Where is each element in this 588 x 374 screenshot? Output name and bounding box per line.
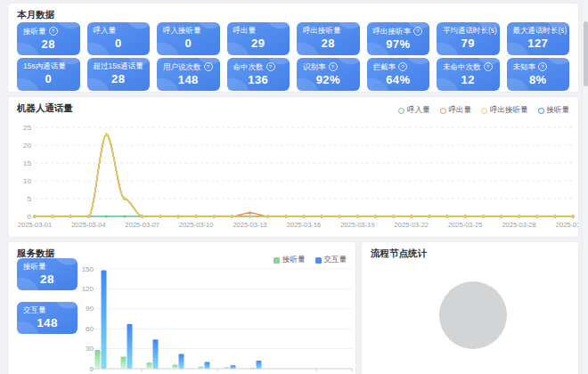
data-point	[105, 215, 108, 217]
stat-card: 未命中次数?12	[437, 58, 500, 91]
legend-item[interactable]: 呼入量	[398, 105, 430, 116]
service-card-value: 28	[17, 272, 78, 286]
stat-card-header: 呼入量	[87, 22, 151, 35]
x-tick-label: 2025-03-16	[287, 221, 321, 229]
service-card-header: 交互量	[17, 302, 78, 314]
month-cards-row-2: 15s内通话量0超过15s通话量28用户说次数?148命中次数?136识别率?9…	[8, 58, 578, 91]
data-point	[445, 215, 448, 217]
stat-card-label: 识别率	[303, 63, 326, 71]
robot-call-line-chart[interactable]: 05101520252025-03-012025-03-042025-03-07…	[13, 120, 578, 234]
stat-card: 拦截率?64%	[367, 58, 430, 91]
stat-card: 呼出接听量28	[297, 22, 360, 55]
stat-card-value: 28	[297, 37, 360, 50]
legend-marker	[481, 108, 487, 114]
bar	[231, 365, 236, 369]
x-tick-label: 2025-03-04	[71, 221, 105, 229]
stat-card-header: 超过15s通话量	[87, 58, 151, 70]
bar	[250, 368, 256, 369]
data-point	[69, 215, 72, 217]
y-tick-label: 90	[86, 305, 94, 313]
legend-item[interactable]: 呼出量	[440, 105, 472, 116]
y-tick-label: 0	[28, 213, 32, 221]
stat-card-value: 0	[17, 72, 80, 85]
stat-card-label: 未命中次数	[443, 63, 481, 71]
info-icon[interactable]: ?	[329, 62, 338, 71]
data-point	[231, 215, 233, 217]
stat-card-header: 未命中次数?	[437, 58, 500, 71]
info-icon[interactable]: ?	[49, 27, 58, 36]
data-point	[159, 215, 161, 217]
info-icon[interactable]: ?	[398, 62, 407, 71]
data-point	[356, 215, 359, 217]
stat-card-label: 未知率	[513, 63, 536, 71]
info-icon[interactable]: ?	[484, 62, 493, 71]
service-card-value: 148	[17, 316, 78, 329]
stat-card: 最大通话时长(s)127	[507, 22, 570, 55]
legend-label: 呼出量	[449, 105, 472, 116]
info-icon[interactable]: ?	[266, 62, 275, 71]
legend-label: 呼入量	[407, 105, 430, 116]
x-tick-label: 2025-03-31	[556, 221, 578, 229]
stat-card: 用户说次数?148	[157, 58, 220, 91]
stat-card-header: 识别率?	[297, 58, 360, 71]
month-cards-row-1: 接听量?28呼入量0呼入接听量0呼出量29呼出接听量28呼出接听率?97%平均通…	[8, 22, 578, 55]
x-tick-label: 2025-03-19	[340, 221, 374, 229]
info-icon[interactable]: ?	[204, 62, 213, 71]
y-tick-label: 5	[28, 195, 32, 203]
data-point	[392, 215, 395, 217]
data-point	[195, 215, 198, 217]
stat-card-header: 平均通话时长(s)	[437, 22, 500, 35]
stat-card: 呼出量29	[227, 22, 290, 55]
data-point	[571, 215, 574, 217]
month-section-title: 本月数据	[8, 4, 578, 20]
x-tick-label: 2025-03-10	[179, 221, 213, 229]
y-tick-label: 120	[82, 285, 94, 293]
stat-card-label: 呼入量	[94, 27, 117, 35]
data-point	[428, 215, 430, 217]
service-cards: 接听量28交互量148	[17, 258, 78, 334]
bar	[147, 362, 152, 369]
stat-card-label: 呼出接听量	[303, 27, 341, 35]
stat-card-value: 79	[437, 37, 500, 50]
data-point	[249, 211, 251, 214]
bar	[95, 350, 101, 369]
legend-marker	[440, 108, 446, 114]
stat-card: 15s内通话量0	[17, 58, 80, 91]
stat-card-header: 用户说次数?	[157, 58, 220, 71]
stat-card-label: 呼出量	[233, 27, 257, 35]
stat-card-header: 最大通话时长(s)	[507, 22, 570, 35]
stat-card-value: 148	[157, 73, 220, 86]
stat-card-label: 15s内通话量	[23, 62, 66, 70]
dashboard-page: 本月数据 接听量?28呼入量0呼入接听量0呼出量29呼出接听量28呼出接听率?9…	[0, 0, 588, 374]
bar	[179, 354, 184, 369]
data-point	[374, 215, 377, 217]
y-tick-label: 60	[86, 325, 94, 333]
stat-card-value: 0	[87, 37, 151, 50]
stat-card: 超过15s通话量28	[87, 58, 151, 91]
stat-card: 命中次数?136	[227, 58, 290, 91]
info-icon[interactable]: ?	[413, 27, 422, 36]
stat-card: 接听量?28	[17, 22, 80, 55]
x-tick-label: 2025-03-28	[502, 221, 535, 229]
legend-label: 接听量	[547, 105, 570, 116]
service-bar-chart[interactable]: 0306090120150	[79, 258, 357, 374]
legend-item[interactable]: 呼出接听量	[481, 105, 528, 116]
y-tick-label: 15	[23, 159, 31, 167]
legend-item[interactable]: 接听量	[538, 105, 570, 116]
service-card-header: 接听量	[17, 258, 78, 271]
stat-card-label: 呼入接听量	[163, 27, 201, 35]
stat-card-header: 呼出接听量	[297, 22, 360, 35]
bar	[102, 270, 107, 369]
stat-card-value: 12	[437, 73, 500, 86]
info-icon[interactable]: ?	[538, 62, 547, 71]
page-scrollbar[interactable]	[582, 0, 588, 374]
stat-card-header: 呼出接听率?	[367, 22, 430, 36]
data-point	[266, 215, 269, 217]
data-point	[553, 215, 556, 217]
data-point	[302, 215, 305, 217]
empty-pie-chart[interactable]	[439, 281, 507, 349]
scrollbar-thumb[interactable]	[584, 21, 588, 86]
data-point	[482, 215, 485, 217]
stat-card-value: 97%	[367, 37, 430, 51]
robot-call-volume-panel: 机器人通话量 呼入量呼出量呼出接听量接听量 05101520252025-03-…	[7, 96, 579, 238]
